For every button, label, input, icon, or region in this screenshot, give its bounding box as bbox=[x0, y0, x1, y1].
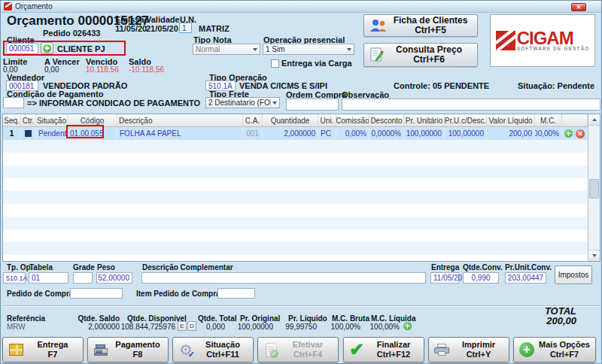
entrega-via-carga-checkbox[interactable] bbox=[271, 59, 279, 68]
impostos-button[interactable]: Impostos bbox=[555, 265, 592, 284]
finalizar-button[interactable]: ✔ FinalizarCtrl+F12 bbox=[343, 337, 424, 362]
entrega-button[interactable]: EntregaF7 bbox=[2, 337, 84, 362]
cliente-nome: CLIENTE PJ bbox=[57, 44, 105, 53]
tipo-frete-select[interactable]: 2 Destinatario (FOB) bbox=[205, 97, 280, 108]
check-icon: ✔ bbox=[347, 340, 366, 359]
add-cliente-button[interactable] bbox=[41, 42, 53, 54]
tipo-nota-select[interactable]: Normal bbox=[193, 44, 260, 55]
pedido-compra-label: Pedido de Compra bbox=[7, 290, 73, 298]
vencido-value: 10.118,56 bbox=[86, 65, 119, 74]
mais-opcoes-button[interactable]: + Mais OpçõesCtrl+F7 bbox=[513, 337, 596, 362]
condicao-pagamento-msg: => INFORMAR CONDICAO DE PAGAMENTO bbox=[27, 99, 200, 108]
condicao-pagamento-field[interactable] bbox=[3, 97, 24, 108]
pr-unit-conv-label: Pr.Unit.Conv. bbox=[505, 263, 552, 271]
total-block: TOTAL 200,00 bbox=[545, 306, 576, 326]
tp-op-field[interactable]: 510.1A bbox=[3, 272, 26, 284]
referencia-value: MRW bbox=[7, 323, 26, 331]
ordem-compra-field[interactable] bbox=[286, 99, 339, 111]
price-check-icon bbox=[369, 47, 385, 63]
add-item-icon[interactable] bbox=[564, 129, 573, 138]
scroll-up-icon[interactable] bbox=[588, 114, 600, 126]
cigam-roof-icon bbox=[496, 31, 515, 50]
tabela-field[interactable]: 01 bbox=[29, 272, 68, 284]
mc-liquida-label: M.C. Líquida bbox=[371, 314, 410, 323]
emissao-label: Emissão bbox=[115, 15, 149, 24]
peso-field[interactable]: 52,00000 bbox=[96, 272, 132, 284]
pr-liquido-value: 99,99750 bbox=[285, 323, 317, 331]
imprimir-button[interactable]: ImprimirCtrl+Y bbox=[428, 337, 509, 362]
title-bar: Orçamento bbox=[1, 1, 601, 13]
un-input[interactable]: 1 bbox=[179, 23, 192, 33]
scroll-down-icon[interactable] bbox=[588, 250, 600, 261]
qtde-e-button[interactable]: E bbox=[178, 321, 187, 331]
observacao-field[interactable] bbox=[342, 99, 600, 111]
cigam-logo-text: CIGAM bbox=[517, 31, 590, 46]
printer-icon bbox=[432, 340, 451, 359]
pr-unit-conv-field[interactable]: 203,00447 bbox=[505, 272, 546, 284]
qtde-saldo-value: 2,000000 bbox=[76, 323, 120, 331]
un-name: MATRIZ bbox=[199, 24, 230, 33]
entrega-data-field[interactable]: 11/05/20 bbox=[430, 272, 459, 284]
chevron-down-icon bbox=[272, 102, 277, 105]
gear-check-icon: ⚙✓ bbox=[176, 340, 196, 359]
qtde-d-button[interactable]: D bbox=[187, 321, 196, 331]
scrollbar-thumb[interactable] bbox=[589, 179, 599, 199]
ficha-clientes-button[interactable]: Ficha de Clientes Ctrl+F5 bbox=[363, 14, 478, 37]
pedido-compra-field[interactable] bbox=[70, 288, 123, 299]
validade-label: Validade bbox=[146, 15, 180, 24]
plus-circle-icon: + bbox=[517, 340, 537, 359]
summary-divider bbox=[2, 305, 600, 307]
grade-label: Grade bbox=[73, 263, 95, 271]
table-header-row: Seq. Ctr. Situação Código Descrição C.A.… bbox=[3, 114, 588, 127]
ficha-clientes-text: Ficha de Clientes Ctrl+F5 bbox=[388, 16, 473, 35]
qtde-conv-label: Qtde.Conv. bbox=[463, 263, 503, 271]
grade-field[interactable] bbox=[73, 272, 93, 284]
qtde-conv-field[interactable]: 0,990 bbox=[463, 272, 499, 284]
entrega-data-label: Entrega bbox=[431, 263, 459, 271]
table-row[interactable]: 1 Pendente 01.00.055 FOLHA A4 PAPEL 001 … bbox=[3, 127, 588, 140]
items-table: Seq. Ctr. Situação Código Descrição C.A.… bbox=[2, 114, 600, 262]
descricao-complementar-label: Descrição Complementar bbox=[142, 263, 233, 271]
total-value: 200,00 bbox=[545, 316, 576, 326]
pr-original-value: 100,00000 bbox=[237, 323, 273, 331]
qtde-total-value: 0,000 bbox=[198, 323, 225, 331]
saldo-value: -10.118,56 bbox=[129, 65, 164, 74]
delete-item-icon[interactable]: ✕ bbox=[576, 129, 585, 138]
table-empty-rows bbox=[3, 140, 588, 261]
cigam-logo-subtext: SOFTWARE DE GESTÃO bbox=[517, 46, 590, 51]
pedido-number: Pedido 026433 bbox=[43, 29, 100, 38]
peso-label: Peso bbox=[97, 263, 115, 271]
chevron-down-icon bbox=[347, 48, 351, 51]
descricao-complementar-field[interactable] bbox=[141, 272, 426, 284]
package-icon bbox=[6, 340, 26, 359]
consulta-preco-button[interactable]: Consulta Preço Ctrl+F6 bbox=[363, 43, 478, 67]
orcamento-window: Orçamento ✕ Orçamento 0000015127 Pedido … bbox=[0, 0, 602, 364]
operacao-presencial-select[interactable]: 1 Sim bbox=[263, 44, 354, 55]
mc-liquida-plus-icon[interactable] bbox=[403, 322, 412, 330]
pagamento-button[interactable]: PagamentoF8 bbox=[87, 337, 169, 362]
item-pedido-compra-field[interactable] bbox=[217, 288, 255, 299]
qtde-total-label: Qtde. Total bbox=[198, 314, 230, 323]
pr-liquido-label: Pr. Líquido bbox=[288, 314, 321, 323]
app-logo-icon bbox=[4, 2, 12, 11]
tipo-operacao-descricao: VENDA C/ICMS E S/IPI bbox=[239, 81, 327, 90]
mc-liquida-value: 100,00% bbox=[368, 323, 400, 331]
situacao-button[interactable]: ⚙✓ SituaçãoCtrl+F11 bbox=[172, 337, 254, 362]
mc-bruta-label: M.C. Bruta bbox=[332, 314, 366, 323]
ctr-flag-icon bbox=[25, 130, 32, 137]
chevron-down-icon bbox=[253, 48, 257, 51]
cigam-logo-panel: CIGAM SOFTWARE DE GESTÃO bbox=[490, 14, 595, 67]
a-vencer-value: 0,00 bbox=[44, 65, 59, 74]
situacao-status: Situação: Pendente bbox=[518, 81, 594, 90]
cliente-codigo-field[interactable]: 000051 bbox=[6, 43, 38, 54]
close-button[interactable]: ✕ bbox=[571, 3, 586, 11]
referencia-label: Referência bbox=[7, 314, 45, 323]
pr-original-label: Pr. Original bbox=[240, 314, 273, 323]
consulta-preco-text: Consulta Preço Ctrl+F6 bbox=[385, 45, 473, 65]
item-pedido-compra-label: Item Pedido de Compra bbox=[136, 290, 220, 298]
mc-bruta-value: 100,00% bbox=[329, 323, 360, 331]
qtde-saldo-label: Qtde. Saldo bbox=[76, 314, 120, 323]
controle-status: Controle: 05 PENDENTE bbox=[394, 81, 489, 90]
table-scrollbar[interactable] bbox=[588, 114, 600, 261]
item-codigo-cell: 01.00.055 bbox=[68, 127, 117, 140]
